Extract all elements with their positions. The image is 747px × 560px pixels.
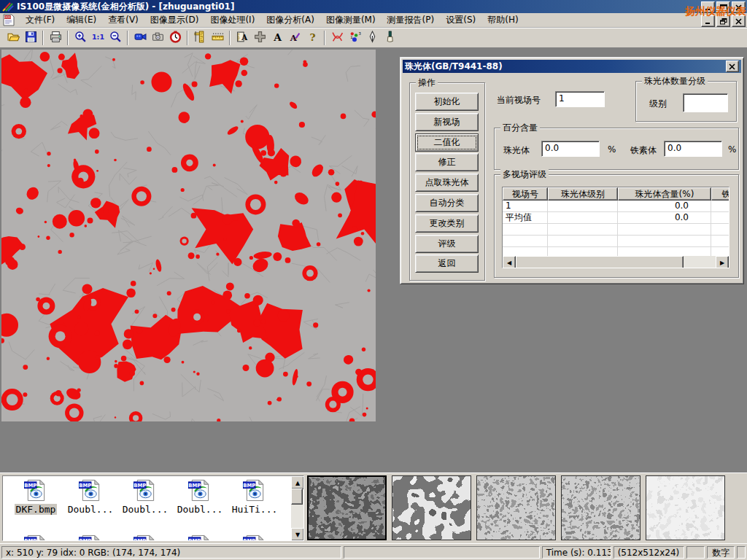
mdi-restore-button[interactable] — [716, 15, 730, 27]
thumbnail-3[interactable] — [476, 475, 556, 540]
help-button[interactable]: ? — [303, 30, 321, 47]
text-button[interactable]: A — [268, 30, 286, 47]
file-name: Doubl... — [121, 504, 170, 515]
move-cross-button[interactable] — [251, 30, 268, 47]
file-item[interactable]: BMP DKF.bmp — [9, 479, 63, 515]
table-header-1[interactable]: 视场号 — [503, 187, 548, 201]
op-button-6[interactable]: 自动分类 — [415, 194, 479, 212]
bmp-file-icon: BMP — [23, 494, 48, 504]
close-button[interactable] — [732, 1, 746, 13]
op-button-9[interactable]: 返回 — [415, 254, 479, 273]
table-cell — [711, 224, 729, 236]
menu-item-s[interactable]: 设置(S) — [440, 12, 481, 28]
print-button[interactable] — [47, 30, 64, 47]
menu-item-d[interactable]: 图像显示(D) — [144, 12, 205, 28]
thumbnail-1[interactable] — [307, 475, 387, 540]
current-view-input[interactable]: 1 — [555, 91, 605, 107]
menu-item-h[interactable]: 帮助(H) — [481, 12, 524, 28]
mdi-close-button[interactable] — [732, 15, 746, 27]
edit-text-button[interactable]: A — [286, 30, 303, 47]
menu-item-p[interactable]: 测量报告(P) — [382, 12, 441, 28]
ferrite-percent-input[interactable]: 0.0 — [664, 141, 722, 157]
op-button-4[interactable]: 修正 — [415, 153, 479, 171]
mark-points-button[interactable]: 31 — [346, 30, 363, 47]
pearlite-percent-input[interactable]: 0.0 — [541, 141, 600, 157]
open-folder-icon — [7, 31, 20, 45]
mdi-child-buttons — [701, 15, 746, 27]
bmp-file-icon: BMP — [242, 494, 267, 504]
file-browser: ▲ ▼ BMP DKF.bmp BMP Doubl... BMP — [2, 475, 304, 541]
menu-item-a[interactable]: 图像分析(A) — [260, 12, 320, 28]
scroll-right-button[interactable]: ▶ — [716, 256, 729, 268]
op-button-8[interactable]: 评级 — [415, 235, 479, 253]
table-row[interactable]: 10.0 — [503, 201, 729, 212]
table-header-4[interactable]: 铁素体含量(%) — [711, 187, 729, 201]
brush-button[interactable] — [381, 30, 398, 47]
bottom-panel: ▲ ▼ BMP DKF.bmp BMP Doubl... BMP — [0, 472, 747, 543]
ferrite-percent-sign: % — [728, 144, 736, 155]
op-button-3[interactable]: 二值化 — [415, 133, 479, 152]
scroll-down-button[interactable]: ▼ — [291, 528, 304, 541]
file-scroll-thumb[interactable] — [291, 489, 303, 505]
minimize-button[interactable] — [701, 1, 715, 13]
one-to-one-button[interactable]: 1:1 — [89, 30, 107, 47]
table-cell: 0.0 — [618, 212, 711, 224]
menu-item-m[interactable]: 图像测量(M) — [320, 12, 382, 28]
op-button-1[interactable]: 初始化 — [415, 93, 479, 111]
measure-text-button[interactable]: A — [233, 30, 251, 47]
file-item[interactable]: BMP — [228, 534, 282, 541]
file-item[interactable]: BMP Doubl... — [63, 479, 117, 515]
file-item[interactable]: BMP — [173, 534, 227, 541]
status-bar: x: 510 y: 79 idx: 0 RGB: (174, 174, 174)… — [0, 543, 747, 560]
thumbnail-4[interactable] — [561, 475, 640, 540]
table-header-3[interactable]: 珠光体含量(%) — [618, 187, 711, 201]
op-button-2[interactable]: 新视场 — [415, 113, 479, 131]
menu-item-v[interactable]: 查看(V) — [102, 12, 144, 28]
maximize-button[interactable] — [716, 1, 730, 13]
open-folder-button[interactable] — [4, 30, 22, 47]
pen-button[interactable] — [363, 30, 381, 47]
file-item[interactable]: BMP Doubl... — [173, 479, 227, 515]
text-icon: A — [271, 31, 284, 45]
ruler-button[interactable] — [209, 30, 226, 47]
table-header-2[interactable]: 珠光体级别 — [548, 187, 618, 201]
table-hscrollbar[interactable]: ◀ ▶ — [503, 256, 729, 268]
thumbnail-2[interactable] — [392, 475, 471, 540]
scroll-left-button[interactable]: ◀ — [503, 256, 516, 268]
file-item[interactable]: BMP — [9, 534, 63, 541]
camera-button[interactable] — [149, 30, 166, 47]
menu-item-f[interactable]: 文件(F) — [20, 12, 61, 28]
grade-input[interactable] — [683, 93, 728, 112]
timer-button[interactable] — [166, 30, 184, 47]
table-cell — [548, 236, 618, 247]
scroll-up-button[interactable]: ▲ — [291, 476, 304, 489]
table-row[interactable]: 平均值0.0 — [503, 212, 729, 224]
dialog-title-bar[interactable]: 珠光体(GB/T9441-88) — [403, 60, 741, 73]
op-button-5[interactable]: 点取珠光体 — [415, 174, 479, 192]
file-item[interactable]: BMP — [63, 534, 117, 541]
file-item[interactable]: BMP HuiTi... — [228, 479, 282, 515]
file-item[interactable]: BMP — [118, 534, 172, 541]
table-cell — [503, 224, 548, 236]
menu-item-i[interactable]: 图像处理(I) — [204, 12, 260, 28]
table-row[interactable] — [503, 236, 729, 247]
metallographic-image[interactable] — [1, 50, 376, 421]
zoom-in-button[interactable] — [71, 30, 89, 47]
file-scrollbar[interactable]: ▲ ▼ — [291, 476, 303, 540]
menu-item-e[interactable]: 编辑(E) — [61, 12, 102, 28]
app-icon — [2, 1, 14, 12]
thumbnail-5[interactable] — [646, 475, 725, 540]
mdi-minimize-button[interactable] — [701, 15, 715, 27]
save-button[interactable] — [22, 30, 39, 47]
video-camera-button[interactable] — [131, 30, 149, 47]
height-gauge-button[interactable] — [191, 30, 209, 47]
spline-button[interactable] — [328, 30, 346, 47]
zoom-out-icon — [109, 31, 122, 45]
op-button-7[interactable]: 更改类别 — [415, 214, 479, 233]
file-name: Doubl... — [176, 504, 225, 515]
table-row[interactable] — [503, 224, 729, 236]
scroll-thumb[interactable] — [516, 256, 684, 268]
dialog-close-button[interactable] — [726, 61, 739, 72]
zoom-out-button[interactable] — [107, 30, 124, 47]
file-item[interactable]: BMP Doubl... — [118, 479, 172, 515]
